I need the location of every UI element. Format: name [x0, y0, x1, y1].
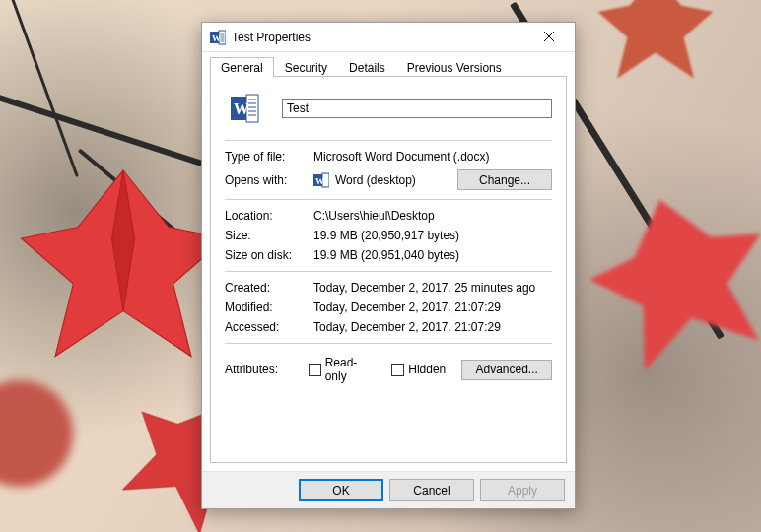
word-app-icon: W — [210, 30, 226, 45]
change-button[interactable]: Change... — [457, 169, 552, 190]
properties-dialog: W Test Properties General Security Detai… — [201, 22, 576, 509]
type-of-file-label: Type of file: — [225, 150, 313, 164]
checkbox-box-icon — [309, 364, 320, 376]
general-panel: W Type of file: Microsoft Word Document … — [210, 76, 567, 463]
window-title: Test Properties — [232, 31, 527, 44]
apply-button[interactable]: Apply — [480, 479, 565, 501]
close-icon — [544, 32, 554, 41]
readonly-label: Read-only — [325, 356, 377, 383]
location-value: C:\Users\hieul\Desktop — [313, 209, 435, 223]
accessed-label: Accessed: — [225, 320, 313, 334]
svg-text:W: W — [315, 176, 324, 186]
created-value: Today, December 2, 2017, 25 minutes ago — [313, 281, 535, 295]
tab-previous-versions[interactable]: Previous Versions — [396, 57, 513, 78]
desktop-wallpaper: W Test Properties General Security Detai… — [0, 0, 761, 532]
tab-details[interactable]: Details — [338, 57, 396, 78]
opens-with-label: Opens with: — [225, 173, 313, 187]
size-on-disk-label: Size on disk: — [225, 248, 313, 262]
wallpaper-leaf — [0, 374, 79, 493]
accessed-value: Today, December 2, 2017, 21:07:29 — [313, 320, 501, 334]
tab-strip: General Security Details Previous Versio… — [202, 52, 575, 77]
modified-value: Today, December 2, 2017, 21:07:29 — [313, 300, 501, 314]
separator — [225, 140, 552, 141]
cancel-button[interactable]: Cancel — [389, 479, 474, 501]
opens-with-value: Word (desktop) — [335, 173, 416, 187]
separator — [225, 343, 552, 344]
word-app-icon: W — [313, 172, 329, 188]
ok-button[interactable]: OK — [299, 479, 383, 501]
advanced-button[interactable]: Advanced... — [461, 360, 552, 380]
wallpaper-leaf — [560, 156, 761, 397]
size-on-disk-value: 19.9 MB (20,951,040 bytes) — [313, 248, 459, 262]
separator — [225, 271, 552, 272]
size-value: 19.9 MB (20,950,917 bytes) — [313, 229, 459, 242]
checkbox-box-icon — [391, 364, 404, 376]
dialog-footer: OK Cancel Apply — [202, 471, 575, 508]
tab-general[interactable]: General — [210, 57, 274, 78]
type-of-file-value: Microsoft Word Document (.docx) — [313, 150, 490, 164]
location-label: Location: — [225, 209, 313, 223]
filename-input[interactable] — [282, 99, 552, 118]
hidden-label: Hidden — [408, 363, 446, 376]
hidden-checkbox[interactable]: Hidden — [391, 363, 446, 376]
svg-point-0 — [0, 380, 73, 487]
document-icon: W — [229, 93, 260, 124]
wallpaper-leaf — [591, 0, 720, 89]
separator — [225, 199, 552, 200]
size-label: Size: — [225, 229, 313, 242]
titlebar[interactable]: W Test Properties — [202, 23, 575, 52]
tab-security[interactable]: Security — [274, 57, 338, 78]
readonly-checkbox[interactable]: Read-only — [309, 356, 376, 383]
svg-text:W: W — [234, 100, 249, 117]
created-label: Created: — [225, 281, 313, 295]
svg-text:W: W — [212, 33, 221, 43]
modified-label: Modified: — [225, 300, 313, 314]
attributes-label: Attributes: — [225, 363, 309, 376]
close-button[interactable] — [527, 23, 571, 50]
